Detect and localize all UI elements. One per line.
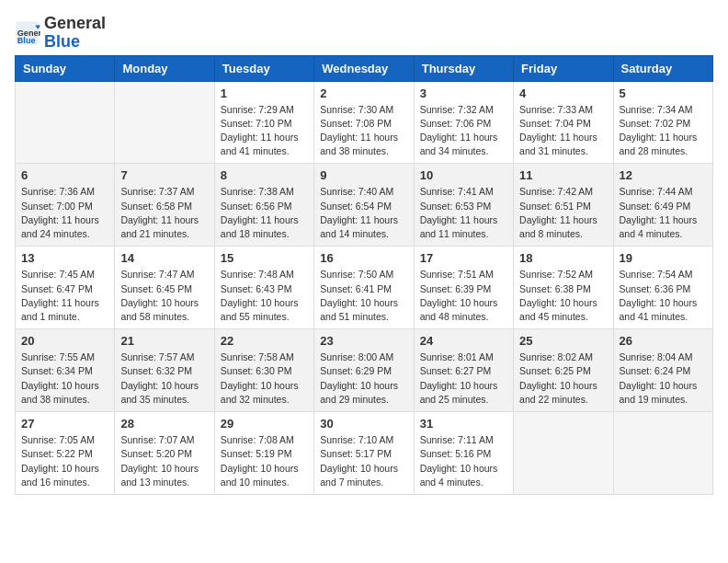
weekday-header: Friday [514,55,613,81]
calendar-cell: 29Sunrise: 7:08 AM Sunset: 5:19 PM Dayli… [214,412,313,495]
calendar-cell: 5Sunrise: 7:34 AM Sunset: 7:02 PM Daylig… [613,81,712,164]
day-info: Sunrise: 7:37 AM Sunset: 6:58 PM Dayligh… [120,185,208,241]
calendar-cell [613,412,712,495]
calendar-cell: 28Sunrise: 7:07 AM Sunset: 5:20 PM Dayli… [115,412,214,495]
day-number: 7 [120,168,208,182]
day-number: 27 [21,417,108,431]
day-number: 9 [320,168,407,182]
calendar-cell: 15Sunrise: 7:48 AM Sunset: 6:43 PM Dayli… [214,247,313,329]
calendar-cell: 1Sunrise: 7:29 AM Sunset: 7:10 PM Daylig… [214,81,313,164]
calendar-cell: 21Sunrise: 7:57 AM Sunset: 6:32 PM Dayli… [115,329,214,412]
day-number: 30 [320,417,407,431]
day-info: Sunrise: 7:40 AM Sunset: 6:54 PM Dayligh… [320,185,407,241]
day-number: 18 [519,251,607,265]
weekday-header: Wednesday [314,55,414,81]
day-info: Sunrise: 7:50 AM Sunset: 6:41 PM Dayligh… [320,268,407,324]
day-info: Sunrise: 7:57 AM Sunset: 6:32 PM Dayligh… [120,350,208,407]
calendar-cell: 2Sunrise: 7:30 AM Sunset: 7:08 PM Daylig… [314,81,414,164]
day-number: 25 [519,334,607,348]
day-info: Sunrise: 7:47 AM Sunset: 6:45 PM Dayligh… [120,268,208,324]
calendar-cell: 18Sunrise: 7:52 AM Sunset: 6:38 PM Dayli… [514,247,613,329]
day-info: Sunrise: 7:52 AM Sunset: 6:38 PM Dayligh… [519,268,607,324]
logo-icon: General Blue [15,20,40,46]
calendar-cell: 24Sunrise: 8:01 AM Sunset: 6:27 PM Dayli… [414,329,513,412]
day-number: 19 [620,251,707,265]
day-info: Sunrise: 7:10 AM Sunset: 5:17 PM Dayligh… [320,433,407,489]
weekday-header: Sunday [16,55,115,81]
calendar-cell: 7Sunrise: 7:37 AM Sunset: 6:58 PM Daylig… [115,164,214,247]
day-info: Sunrise: 7:30 AM Sunset: 7:08 PM Dayligh… [320,103,407,159]
calendar-cell: 8Sunrise: 7:38 AM Sunset: 6:56 PM Daylig… [214,164,313,247]
day-info: Sunrise: 7:42 AM Sunset: 6:51 PM Dayligh… [519,185,607,241]
day-info: Sunrise: 7:32 AM Sunset: 7:06 PM Dayligh… [420,103,507,159]
weekday-header-row: SundayMondayTuesdayWednesdayThursdayFrid… [16,55,713,81]
calendar-cell: 23Sunrise: 8:00 AM Sunset: 6:29 PM Dayli… [314,329,414,412]
calendar-cell: 27Sunrise: 7:05 AM Sunset: 5:22 PM Dayli… [16,412,115,495]
day-info: Sunrise: 7:11 AM Sunset: 5:16 PM Dayligh… [420,433,507,489]
day-number: 24 [420,334,507,348]
day-number: 5 [620,86,707,100]
day-number: 16 [320,251,407,265]
logo-text: GeneralBlue [44,15,106,52]
calendar-cell [16,81,115,164]
day-info: Sunrise: 7:54 AM Sunset: 6:36 PM Dayligh… [620,268,707,324]
day-number: 26 [620,334,707,348]
day-info: Sunrise: 7:48 AM Sunset: 6:43 PM Dayligh… [221,268,308,324]
day-info: Sunrise: 7:29 AM Sunset: 7:10 PM Dayligh… [221,103,308,159]
calendar-cell: 6Sunrise: 7:36 AM Sunset: 7:00 PM Daylig… [16,164,115,247]
calendar-cell: 25Sunrise: 8:02 AM Sunset: 6:25 PM Dayli… [514,329,613,412]
calendar-cell: 13Sunrise: 7:45 AM Sunset: 6:47 PM Dayli… [16,247,115,329]
day-info: Sunrise: 7:45 AM Sunset: 6:47 PM Dayligh… [21,268,108,324]
calendar-cell: 16Sunrise: 7:50 AM Sunset: 6:41 PM Dayli… [314,247,414,329]
day-info: Sunrise: 8:04 AM Sunset: 6:24 PM Dayligh… [620,350,707,407]
day-info: Sunrise: 7:07 AM Sunset: 5:20 PM Dayligh… [120,433,208,489]
day-number: 13 [21,251,108,265]
calendar-week-row: 1Sunrise: 7:29 AM Sunset: 7:10 PM Daylig… [16,81,713,164]
day-number: 15 [221,251,308,265]
calendar-week-row: 20Sunrise: 7:55 AM Sunset: 6:34 PM Dayli… [16,329,713,412]
calendar-week-row: 13Sunrise: 7:45 AM Sunset: 6:47 PM Dayli… [16,247,713,329]
calendar-cell: 14Sunrise: 7:47 AM Sunset: 6:45 PM Dayli… [115,247,214,329]
day-info: Sunrise: 7:41 AM Sunset: 6:53 PM Dayligh… [420,185,507,241]
calendar-week-row: 27Sunrise: 7:05 AM Sunset: 5:22 PM Dayli… [16,412,713,495]
calendar-cell: 9Sunrise: 7:40 AM Sunset: 6:54 PM Daylig… [314,164,414,247]
day-number: 11 [519,168,607,182]
day-number: 22 [221,334,308,348]
calendar-cell [514,412,613,495]
day-info: Sunrise: 7:44 AM Sunset: 6:49 PM Dayligh… [620,185,707,241]
calendar-week-row: 6Sunrise: 7:36 AM Sunset: 7:00 PM Daylig… [16,164,713,247]
weekday-header: Monday [115,55,214,81]
day-info: Sunrise: 7:05 AM Sunset: 5:22 PM Dayligh… [21,433,108,489]
calendar-cell [115,81,214,164]
calendar-cell: 10Sunrise: 7:41 AM Sunset: 6:53 PM Dayli… [414,164,513,247]
calendar-cell: 22Sunrise: 7:58 AM Sunset: 6:30 PM Dayli… [214,329,313,412]
calendar-cell: 17Sunrise: 7:51 AM Sunset: 6:39 PM Dayli… [414,247,513,329]
day-number: 8 [221,168,308,182]
calendar-cell: 12Sunrise: 7:44 AM Sunset: 6:49 PM Dayli… [613,164,712,247]
calendar-cell: 31Sunrise: 7:11 AM Sunset: 5:16 PM Dayli… [414,412,513,495]
day-number: 12 [620,168,707,182]
day-number: 17 [420,251,507,265]
day-info: Sunrise: 8:02 AM Sunset: 6:25 PM Dayligh… [519,350,607,407]
day-info: Sunrise: 7:08 AM Sunset: 5:19 PM Dayligh… [221,433,308,489]
day-number: 20 [21,334,108,348]
day-number: 1 [221,86,308,100]
weekday-header: Thursday [414,55,513,81]
calendar: SundayMondayTuesdayWednesdayThursdayFrid… [15,55,713,495]
weekday-header: Saturday [613,55,712,81]
day-info: Sunrise: 7:38 AM Sunset: 6:56 PM Dayligh… [221,185,308,241]
calendar-cell: 3Sunrise: 7:32 AM Sunset: 7:06 PM Daylig… [414,81,513,164]
calendar-cell: 19Sunrise: 7:54 AM Sunset: 6:36 PM Dayli… [613,247,712,329]
day-info: Sunrise: 8:00 AM Sunset: 6:29 PM Dayligh… [320,350,407,407]
day-info: Sunrise: 7:36 AM Sunset: 7:00 PM Dayligh… [21,185,108,241]
day-number: 14 [120,251,208,265]
day-info: Sunrise: 8:01 AM Sunset: 6:27 PM Dayligh… [420,350,507,407]
day-number: 6 [21,168,108,182]
logo: General Blue GeneralBlue [15,15,106,52]
calendar-cell: 30Sunrise: 7:10 AM Sunset: 5:17 PM Dayli… [314,412,414,495]
calendar-cell: 4Sunrise: 7:33 AM Sunset: 7:04 PM Daylig… [514,81,613,164]
day-number: 3 [420,86,507,100]
calendar-cell: 11Sunrise: 7:42 AM Sunset: 6:51 PM Dayli… [514,164,613,247]
day-info: Sunrise: 7:55 AM Sunset: 6:34 PM Dayligh… [21,350,108,407]
day-number: 23 [320,334,407,348]
